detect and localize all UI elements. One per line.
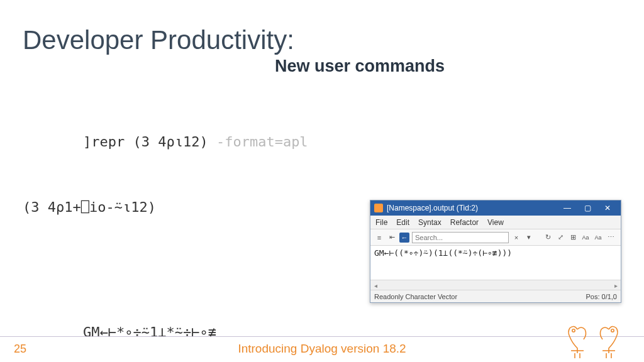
clear-search-icon[interactable]: × [511,233,521,243]
editor-title: [Namespace].output (Tid:2) [387,204,554,212]
close-button[interactable]: ✕ [598,202,617,214]
dropdown-icon[interactable]: ▾ [524,233,534,243]
horizontal-scrollbar[interactable]: ◂ ▸ [370,280,621,290]
expand-icon[interactable]: ⤢ [555,233,565,243]
editor-statusbar: Readonly Character Vector Pos: 0/1,0 [370,290,621,302]
maximize-button[interactable]: ▢ [578,202,597,214]
dyalog-logo [558,321,628,358]
more-icon[interactable]: ⋯ [606,233,616,243]
list-icon[interactable]: ≡ [374,233,384,243]
footer-text: Introducing Dyalog version 18.2 [0,342,644,356]
refresh-icon[interactable]: ↻ [543,233,553,243]
menu-edit[interactable]: Edit [396,218,409,227]
code-text: ]repr (3 4⍴⍳12) [83,134,216,150]
outdent-icon[interactable]: ⇤ [387,233,397,243]
slide-subtitle: New user commands [98,57,621,76]
slide-title: Developer Productivity: [23,25,621,55]
editor-menubar: File Edit Syntax Refactor View [370,216,621,229]
case-aa2-icon[interactable]: Aa [593,233,603,243]
menu-file[interactable]: File [375,218,387,227]
editor-content[interactable]: GM←⊢((*∘÷)⍨)(1⊥((*⍨)÷(⊢∘≢))) [370,246,621,280]
editor-window: [Namespace].output (Tid:2) — ▢ ✕ File Ed… [370,200,621,303]
minimize-button[interactable]: — [558,202,577,214]
scroll-left-icon[interactable]: ◂ [370,280,380,290]
editor-titlebar[interactable]: [Namespace].output (Tid:2) — ▢ ✕ [370,200,621,216]
code-option: -format=apl [216,134,308,150]
svg-point-4 [611,329,614,332]
status-left: Readonly Character Vector [374,293,457,300]
app-icon [374,204,383,212]
menu-syntax[interactable]: Syntax [418,218,441,227]
back-icon[interactable]: ← [399,233,409,243]
status-right: Pos: 0/1,0 [586,293,617,300]
add-icon[interactable]: ⊞ [568,233,578,243]
search-input[interactable] [412,232,509,243]
case-aa-icon[interactable]: Aa [580,233,591,243]
footer-divider [0,336,644,337]
code-line-3: GM←⊢*∘÷⍨1⊥*⍨÷⊢∘≢ [23,322,621,343]
scroll-right-icon[interactable]: ▸ [611,280,621,290]
code-line-1: ]repr (3 4⍴⍳12) -format=apl [23,131,621,153]
svg-point-0 [572,329,575,332]
editor-toolbar: ≡ ⇤ ← × ▾ ↻ ⤢ ⊞ Aa Aa ⋯ [370,229,621,246]
menu-view[interactable]: View [487,218,504,227]
menu-refactor[interactable]: Refactor [450,218,479,227]
